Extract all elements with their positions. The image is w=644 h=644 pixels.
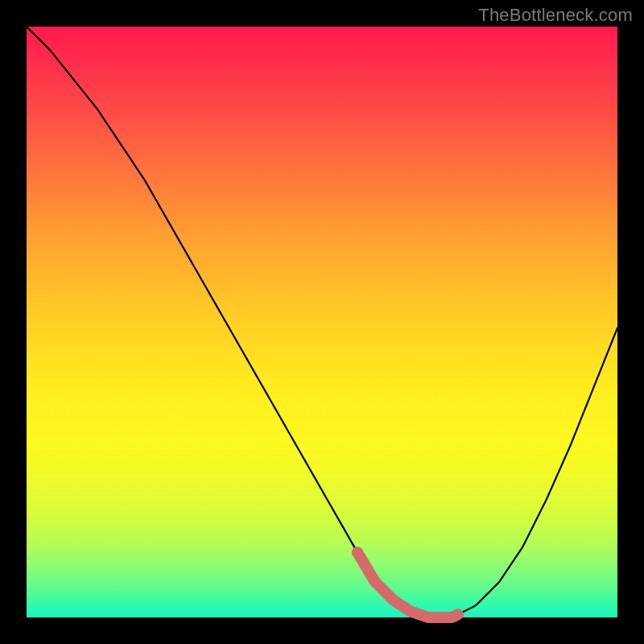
chart-plot-area bbox=[27, 27, 617, 617]
highlight-start-dot bbox=[352, 547, 363, 558]
attribution-text: TheBottleneck.com bbox=[478, 5, 633, 26]
bottleneck-curve-line bbox=[27, 27, 617, 617]
chart-svg bbox=[27, 27, 617, 617]
highlight-segment bbox=[357, 552, 458, 617]
